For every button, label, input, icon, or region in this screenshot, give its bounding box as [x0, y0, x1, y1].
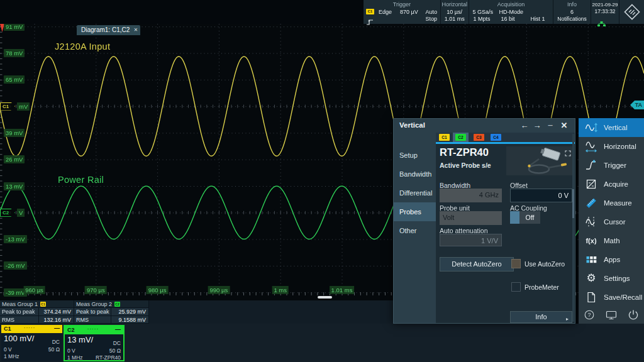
use-autozero-checkbox[interactable] — [511, 259, 521, 268]
minimize-icon[interactable]: ─ — [545, 120, 555, 131]
acquisition-mode: HD-Mode — [499, 9, 524, 15]
channel-chip: C1 — [40, 302, 46, 307]
y-axis-label: 65 mV — [4, 75, 25, 84]
horizontal-icon — [584, 140, 599, 153]
dialog-tab-setup[interactable]: Setup — [394, 146, 436, 165]
measurement-group-header: Meas Group 2C2 — [74, 300, 149, 308]
measurement-table: Meas Group 1C1Meas Group 2C2Peak to peak… — [0, 300, 393, 324]
y-axis-label: 26 mV — [4, 155, 25, 163]
expand-icon[interactable] — [565, 148, 571, 159]
use-autozero-label: Use AutoZero — [525, 260, 565, 268]
detect-autozero-button[interactable]: Detect AutoZero — [440, 257, 514, 272]
power-icon[interactable] — [627, 309, 640, 321]
c2-bandwidth: 1 MHz — [67, 354, 83, 361]
channel-tab-c4[interactable]: C4 — [491, 134, 501, 141]
x-axis-label: 980 µs — [147, 286, 169, 294]
probemeter-checkbox[interactable] — [511, 282, 521, 292]
record-length: 1 Mpts — [474, 16, 491, 22]
display-icon[interactable] — [605, 309, 618, 321]
channel-c2-label: C2 — [67, 327, 75, 333]
sample-rate: 5 GSa/s — [473, 9, 494, 15]
channel-tab-c3[interactable]: C3 — [474, 134, 484, 141]
help-icon[interactable]: ? — [583, 309, 596, 321]
auto-attenuation-field: 1 V/V — [440, 234, 502, 246]
acquisition-status-group[interactable]: Acquisition 5 GSa/s 1 Mpts HD-Mode 16 bi… — [469, 0, 553, 24]
trigger-type: Edge — [379, 9, 392, 15]
measurement-value: 9.1588 mV — [111, 316, 149, 324]
sidebar-item-label: Trigger — [604, 162, 626, 169]
trigger-level: 870 µV — [400, 9, 418, 15]
sidebar-item-label: Acquire — [604, 180, 628, 188]
sidebar-item-math[interactable]: f(x)Math — [579, 231, 644, 250]
dialog-tab-bandwidth[interactable]: Bandwidth — [394, 165, 436, 184]
sidebar-item-vertical[interactable]: Vertical — [579, 118, 644, 137]
y-axis-label: mV — [17, 102, 30, 111]
sidebar-item-label: Vertical — [604, 124, 628, 131]
trigger-status-group[interactable]: Trigger C1 Edge 870 µV Auto Stop — [364, 0, 440, 24]
settings-icon: ⚙ — [584, 272, 599, 285]
x-axis-label: 970 µs — [85, 286, 107, 294]
dialog-tab-other[interactable]: Other — [394, 221, 436, 240]
minimize-icon[interactable]: — — [54, 324, 60, 332]
sidebar-item-label: Settings — [604, 275, 630, 282]
channel-tab-c1[interactable]: C1 — [439, 134, 450, 141]
y-axis-label: -13 mV — [4, 235, 27, 243]
channel-badge-c2[interactable]: C2 ····· — 13 mV/ DC 0 V 50 Ω 1 MHz RT-Z… — [64, 325, 125, 361]
measurement-label: Peak to peak — [74, 308, 111, 315]
c1-vertical-scale: 100 mV/ — [4, 334, 34, 343]
measurement-results-panel: Meas Group 1C1Meas Group 2C2Peak to peak… — [0, 300, 393, 324]
diagram-tab[interactable]: Diagram1: C1,C2 ✕ — [77, 25, 140, 35]
bandwidth-field[interactable]: 4 GHz — [440, 189, 502, 202]
top-status-bar: Trigger C1 Edge 870 µV Auto Stop Horizon… — [0, 0, 644, 24]
sidebar-item-label: Apps — [604, 256, 620, 263]
sidebar-item-acquire[interactable]: Acquire — [579, 175, 644, 194]
c2-probe-model: RT-ZPR40 — [96, 354, 121, 361]
sidebar-item-cursor[interactable]: Cursor — [579, 212, 644, 231]
ac-coupling-toggle[interactable]: Off — [510, 211, 540, 224]
resolution: 16 bit — [501, 16, 515, 22]
info-button[interactable]: Info ▸ — [510, 311, 572, 323]
dialog-tab-differential[interactable]: Differential — [394, 184, 436, 202]
c1-bandwidth: 1 MHz — [4, 353, 19, 359]
channel-chip: C2 — [114, 302, 120, 307]
diagram-close-icon[interactable]: ✕ — [134, 25, 138, 35]
sidebar-item-horizontal[interactable]: Horizontal — [579, 137, 644, 156]
dialog-title: Vertical — [399, 121, 425, 129]
horizontal-status-group[interactable]: Horizontal 10 µs/ 1.01 ms — [440, 0, 469, 24]
measurement-value: 374.24 mV — [39, 308, 74, 315]
c1-impedance: 50 Ω — [48, 346, 60, 353]
sidebar-item-measure[interactable]: Measure — [579, 194, 644, 212]
probe-unit-field[interactable]: Volt — [440, 211, 502, 225]
info-status-group[interactable]: Info 6 Notifications — [553, 0, 590, 24]
toggle-state: Off — [519, 211, 540, 224]
notification-count: 6 — [553, 9, 590, 15]
x-axis-label: 960 µs — [23, 286, 45, 294]
measurement-group-name: Meas Group 1 — [2, 301, 38, 307]
sidebar-item-trigger[interactable]: Trigger — [579, 156, 644, 175]
offset-field[interactable]: 0 V — [510, 189, 572, 202]
c2-offset: 0 V — [67, 348, 75, 354]
waveform-annotation: Power Rail — [58, 175, 104, 185]
minimize-icon[interactable]: — — [115, 326, 121, 334]
channel-badge-c1[interactable]: C1 ····· — 100 mV/ DC 0 V 50 Ω 1 MHz — [1, 325, 62, 361]
horizontal-scale: 10 µs/ — [441, 9, 469, 15]
dialog-titlebar[interactable]: Vertical ← → ─ ✕ — [394, 119, 575, 133]
math-icon: f(x) — [584, 234, 599, 247]
channel-tab-c2[interactable]: C2 — [455, 134, 466, 141]
back-arrow-icon[interactable]: ← — [519, 120, 530, 131]
horizontal-position-indicator[interactable] — [318, 296, 332, 299]
measurement-value: 132.16 mV — [39, 316, 74, 324]
close-icon[interactable]: ✕ — [559, 120, 569, 131]
forward-arrow-icon[interactable]: → — [532, 120, 542, 131]
dialog-tab-probes[interactable]: Probes — [394, 202, 436, 221]
sidebar-item-saverecall[interactable]: Save/Recall — [579, 288, 644, 307]
dialog-scrollbar[interactable] — [572, 134, 574, 322]
sidebar-item-label: Save/Recall — [604, 293, 642, 301]
clock-group: 2021-09-29 17:33:32 — [591, 0, 619, 24]
sidebar-item-settings[interactable]: ⚙Settings — [579, 269, 644, 288]
drag-handle-icon: ····· — [24, 324, 35, 332]
y-axis-label: 39 mV — [4, 129, 25, 137]
saverecall-icon — [584, 291, 599, 304]
horizontal-position: 1.01 ms — [441, 16, 469, 22]
sidebar-item-apps[interactable]: Apps — [579, 250, 644, 269]
